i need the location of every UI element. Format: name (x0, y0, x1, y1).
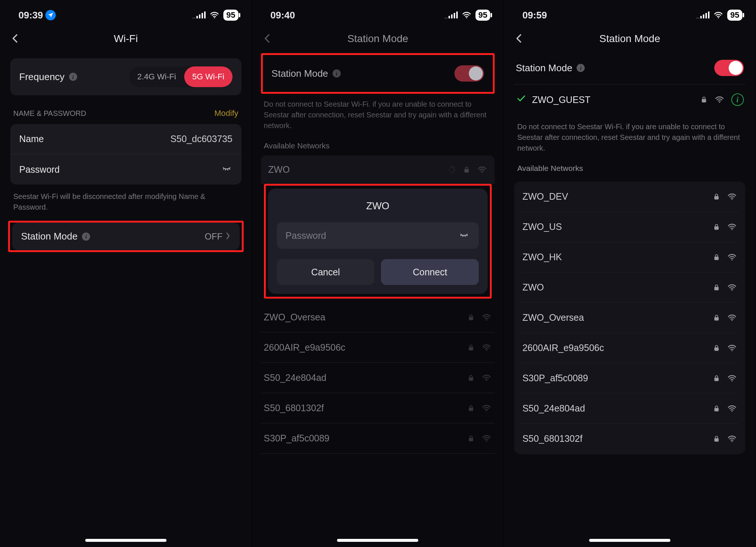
name-label: Name (19, 134, 44, 144)
home-indicator[interactable] (337, 539, 418, 542)
network-row[interactable]: S30P_af5c0089 (261, 423, 495, 454)
network-row[interactable]: 2600AIR_e9a9506c (521, 333, 739, 363)
wifi-icon (477, 165, 487, 174)
station-mode-row[interactable]: Station Mode i OFF (12, 223, 240, 250)
lock-icon (463, 166, 470, 174)
password-modal: ZWO Password Cancel Connect (268, 189, 488, 294)
available-networks-list: ZWO_Oversea2600AIR_e9a9506cS50_24e804adS… (261, 302, 495, 454)
battery-indicator: 95 (727, 10, 742, 21)
lock-icon (467, 344, 475, 352)
page-title: Station Mode (263, 33, 493, 45)
station-mode-label: Station Mode (21, 231, 78, 242)
frequency-option-24g[interactable]: 2.4G Wi-Fi (129, 66, 184, 87)
status-time: 09:59 (522, 10, 547, 21)
page-title: Station Mode (515, 33, 745, 45)
network-row[interactable]: ZWO_US (521, 212, 739, 242)
modal-title: ZWO (277, 200, 479, 212)
network-name: ZWO (522, 282, 544, 293)
network-row-connecting[interactable]: ZWO (261, 155, 495, 184)
network-row[interactable]: 2600AIR_e9a9506c (261, 333, 495, 363)
wifi-status-icon (461, 11, 472, 20)
modify-button[interactable]: Modify (214, 109, 238, 118)
network-row[interactable]: S30P_af5c0089 (521, 363, 739, 393)
password-label: Password (19, 164, 60, 175)
lock-icon (467, 404, 475, 412)
network-name: 2600AIR_e9a9506c (264, 342, 346, 353)
wifi-icon (481, 404, 492, 413)
wifi-icon (727, 253, 737, 262)
eye-closed-icon[interactable] (458, 230, 470, 241)
network-name: S50_6801302f (522, 433, 583, 444)
network-row[interactable]: S50_24e804ad (261, 363, 495, 393)
lock-icon (713, 223, 720, 231)
name-password-group: Name S50_dc603735 Password (10, 124, 241, 185)
network-row[interactable]: S50_6801302f (261, 393, 495, 423)
station-mode-toggle-row: Station Mode i (263, 57, 493, 90)
network-name: S50_24e804ad (264, 372, 327, 383)
wifi-icon (481, 374, 492, 382)
network-name: ZWO_HK (522, 252, 562, 262)
name-value: S50_dc603735 (170, 134, 232, 144)
spinner-icon (447, 165, 456, 174)
info-icon[interactable]: i (731, 93, 744, 106)
info-icon[interactable]: i (82, 233, 90, 241)
lock-icon (713, 193, 720, 201)
wifi-icon (727, 283, 737, 292)
network-row[interactable]: S50_24e804ad (521, 393, 739, 424)
name-row: Name S50_dc603735 (10, 124, 241, 154)
connected-network-row[interactable]: ZWO_GUEST i (514, 85, 745, 115)
check-icon (516, 94, 527, 106)
info-icon[interactable]: i (69, 73, 77, 81)
password-input[interactable]: Password (277, 222, 479, 249)
station-mode-toggle[interactable] (454, 65, 484, 82)
network-name: S30P_af5c0089 (264, 433, 330, 444)
info-icon[interactable]: i (577, 64, 585, 72)
eye-closed-icon[interactable] (221, 164, 233, 175)
network-row[interactable]: ZWO_Oversea (521, 303, 739, 333)
connected-network-name: ZWO_GUEST (532, 94, 590, 105)
network-name: S50_24e804ad (522, 403, 585, 414)
home-indicator[interactable] (589, 539, 670, 542)
cancel-button[interactable]: Cancel (277, 259, 375, 285)
page-title: Wi-Fi (11, 33, 241, 45)
status-bar: 09:40 95 (252, 0, 504, 26)
network-row[interactable]: ZWO_HK (521, 242, 739, 272)
annotation-highlight: Station Mode i OFF (8, 221, 244, 252)
section-label: NAME & PASSWORD (13, 109, 86, 118)
network-row[interactable]: ZWO (521, 272, 739, 303)
back-button[interactable] (10, 33, 20, 44)
wifi-icon (727, 192, 737, 201)
screen-station-mode-connecting: 09:40 95 Station Mode Station Mode i Do … (252, 0, 504, 547)
frequency-segmented-control[interactable]: 2.4G Wi-Fi 5G Wi-Fi (129, 66, 233, 87)
network-row[interactable]: ZWO_DEV (521, 182, 739, 212)
network-row[interactable]: S50_6801302f (521, 424, 739, 454)
battery-indicator: 95 (475, 10, 490, 21)
connect-button[interactable]: Connect (381, 259, 479, 285)
station-mode-label: Station Mode (516, 62, 572, 74)
home-indicator[interactable] (85, 539, 166, 542)
status-time: 09:40 (271, 10, 295, 21)
password-placeholder: Password (286, 230, 326, 241)
wifi-icon (727, 313, 737, 322)
wifi-icon (714, 95, 725, 104)
annotation-highlight-modal: ZWO Password Cancel Connect (264, 184, 492, 299)
station-mode-value: OFF (205, 231, 223, 242)
frequency-option-5g[interactable]: 5G Wi-Fi (184, 66, 233, 87)
available-networks-label: Available Networks (261, 131, 495, 155)
back-button[interactable] (514, 33, 524, 44)
nav-header: Station Mode (252, 26, 504, 52)
lock-icon (467, 434, 475, 443)
annotation-highlight: Station Mode i (261, 53, 495, 94)
back-button[interactable] (262, 33, 272, 44)
lock-icon (467, 313, 475, 321)
network-row[interactable]: ZWO_Oversea (261, 302, 495, 333)
frequency-label: Frequency (19, 71, 65, 83)
lock-icon (713, 405, 720, 413)
station-mode-toggle[interactable] (714, 60, 744, 76)
wifi-icon (727, 374, 737, 383)
wifi-icon (727, 223, 737, 231)
station-mode-toggle-row: Station Mode i (514, 52, 745, 85)
wifi-icon (481, 434, 492, 443)
info-icon[interactable]: i (333, 69, 341, 78)
help-text: Seestar Wi-Fi will be disconnected after… (10, 185, 241, 213)
